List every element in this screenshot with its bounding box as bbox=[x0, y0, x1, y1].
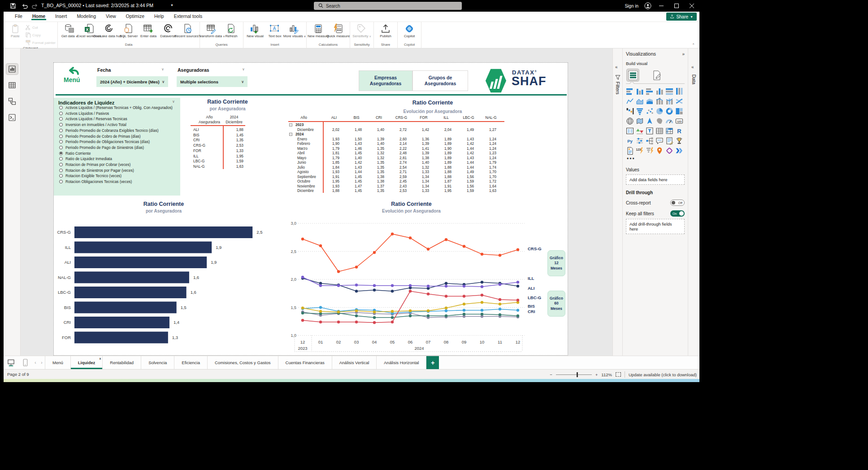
more-visuals-button[interactable]: More visuals ∨ bbox=[285, 23, 304, 39]
data-point[interactable] bbox=[301, 238, 304, 240]
indicator-option[interactable]: Activos Liquidos / Reservas Tecnicas bbox=[59, 117, 127, 121]
bar-FOR[interactable] bbox=[74, 332, 168, 344]
data-point[interactable] bbox=[445, 238, 447, 241]
100-stacked-bar-chart-icon[interactable] bbox=[665, 87, 673, 96]
title-dropdown-caret[interactable]: ▼ bbox=[170, 4, 174, 7]
menu-back-button[interactable]: Menú bbox=[64, 76, 95, 83]
onelake-data-hub-button[interactable]: OneLake data hub ∨ bbox=[99, 23, 119, 39]
filled-map-icon[interactable] bbox=[636, 117, 644, 125]
update-available-link[interactable]: Update available (click to download) bbox=[629, 372, 697, 377]
table-icon[interactable] bbox=[655, 127, 664, 135]
collapse-visualizations-icon[interactable]: » bbox=[682, 52, 685, 57]
funnel-chart-icon[interactable] bbox=[636, 107, 644, 115]
data-point[interactable] bbox=[319, 310, 322, 313]
data-point[interactable] bbox=[373, 310, 376, 313]
aseguradoras-collapse-icon[interactable]: ∨ bbox=[242, 67, 245, 71]
series-line-CRS-G[interactable] bbox=[303, 234, 518, 272]
data-point[interactable] bbox=[445, 314, 447, 317]
collapse-row-icon[interactable]: − bbox=[289, 133, 292, 136]
recent-sources-button[interactable]: Recent sources ∨ bbox=[178, 23, 198, 39]
menu-tab-modeling[interactable]: Modeling bbox=[72, 12, 101, 20]
maximize-button[interactable] bbox=[669, 0, 684, 12]
field-parameters-icon[interactable] bbox=[636, 137, 644, 145]
page-tab-comisiones-costos-y-gastos[interactable]: Comisiones, Costos y Gastos bbox=[208, 356, 278, 369]
bar-LBC-G[interactable] bbox=[74, 287, 187, 298]
data-point[interactable] bbox=[355, 283, 358, 286]
page-tab-rentabilidad[interactable]: Rentabilidad bbox=[103, 356, 141, 369]
share-button[interactable]: Share ▼ bbox=[666, 13, 697, 21]
data-view-icon[interactable] bbox=[6, 80, 18, 91]
more-visual-options[interactable]: ••• bbox=[627, 156, 685, 162]
menu-tab-insert[interactable]: Insert bbox=[50, 12, 72, 20]
publish-button[interactable]: Publish bbox=[376, 23, 395, 39]
data-point[interactable] bbox=[516, 281, 519, 283]
sensitivity-button[interactable]: Sensitivity ∨ bbox=[352, 23, 372, 39]
filters-collapsed-pane[interactable]: « Filters bbox=[612, 48, 622, 356]
indicator-option[interactable]: Periodo Promedio de Obligaciones Tecnica… bbox=[59, 139, 150, 144]
data-point[interactable] bbox=[427, 285, 430, 287]
series-line-NAL-G[interactable] bbox=[303, 291, 518, 322]
menu-tab-file[interactable]: File bbox=[10, 12, 27, 20]
azure-map-icon[interactable] bbox=[646, 117, 654, 125]
zoom-in-button[interactable]: + bbox=[595, 372, 598, 377]
get-data-button[interactable]: Get data ∨ bbox=[60, 23, 79, 39]
bar-ILL[interactable] bbox=[74, 242, 212, 253]
data-point[interactable] bbox=[463, 309, 465, 312]
bar-BIS[interactable] bbox=[74, 302, 177, 313]
data-point[interactable] bbox=[391, 233, 394, 235]
data-point[interactable] bbox=[463, 245, 465, 248]
data-point[interactable] bbox=[355, 290, 358, 292]
matrix-icon[interactable] bbox=[665, 127, 673, 135]
indicator-option[interactable]: Activos Liquidos / (Reservas Tecnicas + … bbox=[59, 105, 173, 110]
scatter-chart-icon[interactable] bbox=[646, 107, 654, 115]
slicer-icon[interactable] bbox=[646, 127, 654, 135]
redo-icon[interactable] bbox=[30, 2, 39, 10]
shape-map-icon[interactable] bbox=[655, 117, 664, 125]
data-point[interactable] bbox=[516, 248, 519, 251]
data-point[interactable] bbox=[391, 284, 394, 287]
expand-data-icon[interactable]: « bbox=[691, 65, 694, 70]
bar-ALI[interactable] bbox=[74, 257, 207, 268]
data-point[interactable] bbox=[516, 299, 519, 301]
data-point[interactable] bbox=[337, 321, 340, 323]
indicator-option[interactable]: Periodo Promedio de Cobro de Primas (día… bbox=[59, 134, 141, 139]
data-point[interactable] bbox=[373, 316, 376, 319]
paste-button[interactable]: Paste bbox=[5, 23, 25, 39]
page-tab-eficiencia[interactable]: Eficiencia bbox=[174, 356, 208, 369]
cut-button[interactable]: Cut bbox=[25, 24, 56, 31]
data-point[interactable] bbox=[463, 313, 465, 315]
data-point[interactable] bbox=[391, 290, 394, 292]
data-point[interactable] bbox=[445, 295, 447, 297]
dax-query-visual-icon[interactable] bbox=[646, 147, 654, 155]
data-point[interactable] bbox=[516, 314, 519, 317]
data-point[interactable] bbox=[481, 253, 483, 256]
close-button[interactable] bbox=[684, 0, 699, 12]
zoom-slider[interactable] bbox=[556, 374, 592, 375]
quick-measure-button[interactable]: Quick measure bbox=[328, 23, 348, 39]
data-point[interactable] bbox=[409, 284, 412, 287]
sign-in-button[interactable]: Sign in bbox=[625, 4, 638, 9]
data-point[interactable] bbox=[301, 276, 304, 279]
close-tab-icon[interactable]: x bbox=[99, 357, 101, 360]
data-point[interactable] bbox=[463, 303, 465, 305]
treemap-icon[interactable] bbox=[675, 107, 683, 115]
dax-query-view-icon[interactable] bbox=[6, 112, 18, 123]
stacked-bar-chart-icon[interactable] bbox=[626, 87, 634, 96]
data-point[interactable] bbox=[337, 310, 340, 313]
mobile-layout-icon[interactable] bbox=[18, 356, 32, 369]
desktop-layout-icon[interactable] bbox=[4, 356, 18, 369]
data-point[interactable] bbox=[337, 284, 340, 287]
data-point[interactable] bbox=[337, 270, 340, 273]
arcgis-map-icon[interactable] bbox=[655, 147, 664, 155]
line-chart-plot[interactable]: 3,02,52,01,51,01201020304050607080910111… bbox=[280, 201, 542, 354]
account-avatar-icon[interactable] bbox=[642, 0, 654, 12]
enter-data-button[interactable]: Enter data bbox=[139, 23, 158, 39]
data-point[interactable] bbox=[445, 285, 447, 287]
python-visual-icon[interactable]: Py bbox=[626, 137, 634, 145]
data-point[interactable] bbox=[373, 321, 376, 324]
report-view-icon[interactable] bbox=[6, 64, 18, 74]
page-tab-an-lisis-horizontal[interactable]: Análisis Horizontal bbox=[377, 356, 426, 369]
bar-CRI[interactable] bbox=[74, 317, 169, 328]
data-point[interactable] bbox=[373, 289, 376, 292]
transform-data-button[interactable]: Transform data ∨ bbox=[202, 23, 221, 39]
